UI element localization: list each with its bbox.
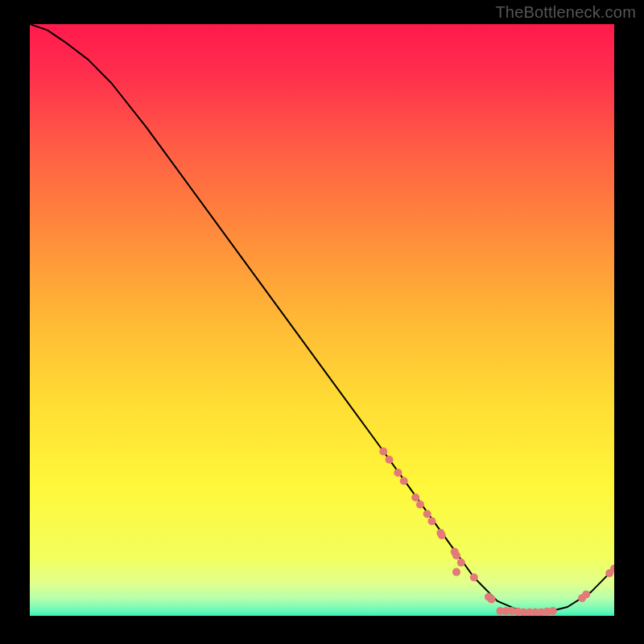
- data-point: [457, 559, 465, 567]
- data-point: [427, 517, 436, 525]
- data-point: [379, 448, 387, 456]
- watermark-text: TheBottleneck.com: [495, 3, 636, 22]
- data-point: [416, 501, 424, 509]
- plot-area: [30, 24, 614, 616]
- data-point: [411, 493, 419, 502]
- data-point: [400, 477, 408, 485]
- data-point: [452, 551, 460, 559]
- data-point: [394, 469, 402, 477]
- data-point: [452, 568, 460, 576]
- data-point: [438, 531, 446, 539]
- data-point: [582, 591, 590, 599]
- data-point: [470, 573, 478, 581]
- chart-svg: [30, 24, 614, 616]
- gradient-background: [30, 24, 614, 616]
- data-point: [423, 510, 431, 518]
- data-point: [385, 456, 393, 464]
- data-point: [488, 595, 496, 603]
- chart-container: TheBottleneck.com: [0, 0, 644, 644]
- data-point: [549, 607, 557, 615]
